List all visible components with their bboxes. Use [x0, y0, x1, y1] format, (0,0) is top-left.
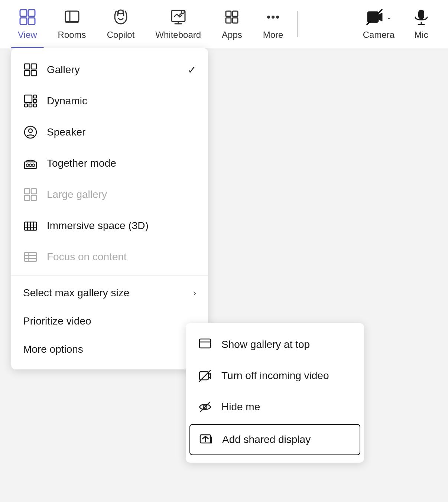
menu-item-add-shared-display[interactable]: Add shared display — [189, 424, 360, 455]
svg-rect-9 — [233, 11, 238, 16]
menu-item-select-max-gallery[interactable]: Select max gallery size › — [11, 279, 208, 307]
focus-content-label: Focus on content — [47, 251, 196, 263]
svg-rect-33 — [31, 189, 36, 194]
svg-point-31 — [32, 164, 35, 167]
toolbar-item-apps[interactable]: Apps — [211, 0, 253, 48]
apps-label: Apps — [222, 30, 242, 40]
show-gallery-top-icon — [198, 337, 212, 352]
camera-chevron-icon: ⌄ — [386, 13, 392, 21]
menu-item-together-mode[interactable]: Together mode — [11, 148, 208, 179]
svg-rect-46 — [199, 339, 211, 348]
svg-point-30 — [29, 164, 32, 167]
svg-rect-0 — [20, 10, 27, 16]
svg-point-29 — [26, 164, 29, 167]
menu-item-dynamic[interactable]: Dynamic — [11, 85, 208, 117]
toolbar-item-more[interactable]: More — [253, 0, 294, 48]
add-shared-display-icon — [198, 432, 213, 447]
menu-item-gallery[interactable]: Gallery ✓ — [11, 54, 208, 85]
prioritize-video-label: Prioritize video — [23, 315, 196, 327]
svg-rect-1 — [28, 10, 35, 16]
svg-rect-4 — [65, 11, 79, 22]
primary-dropdown: Gallery ✓ Dynamic — [11, 48, 208, 369]
apps-icon — [223, 8, 241, 26]
svg-point-12 — [267, 16, 270, 19]
together-mode-label: Together mode — [47, 157, 196, 169]
select-max-gallery-label: Select max gallery size — [23, 287, 184, 299]
hide-me-icon — [198, 400, 212, 414]
svg-point-14 — [276, 16, 279, 19]
turn-off-video-icon — [198, 368, 212, 383]
menu-item-immersive-space[interactable]: Immersive space (3D) — [11, 210, 208, 241]
turn-off-video-label: Turn off incoming video — [221, 370, 352, 382]
select-max-gallery-chevron-icon: › — [193, 288, 196, 298]
main-content: Gallery ✓ Dynamic — [0, 48, 448, 502]
rooms-icon — [63, 8, 81, 26]
toolbar-item-copilot[interactable]: Copilot — [97, 0, 145, 48]
svg-rect-34 — [25, 195, 30, 201]
svg-rect-19 — [31, 71, 36, 76]
svg-rect-8 — [226, 11, 231, 16]
more-icon — [264, 8, 282, 26]
svg-rect-21 — [33, 95, 36, 98]
copilot-icon — [112, 8, 130, 26]
toolbar-item-whiteboard[interactable]: Whiteboard — [145, 0, 211, 48]
toolbar-item-camera[interactable]: ⌄ Camera — [356, 8, 402, 40]
svg-rect-15 — [418, 10, 424, 19]
together-mode-icon — [23, 156, 38, 171]
svg-point-13 — [272, 16, 275, 19]
menu-item-show-gallery-top[interactable]: Show gallery at top — [186, 329, 364, 360]
view-icon — [19, 8, 36, 26]
svg-point-27 — [29, 129, 32, 133]
whiteboard-icon — [169, 8, 187, 26]
toolbar-right: ⌄ Camera Mic — [356, 0, 441, 48]
gallery-check-icon: ✓ — [188, 64, 196, 76]
svg-rect-20 — [25, 95, 32, 102]
toolbar-item-view[interactable]: View — [7, 0, 48, 48]
menu-item-hide-me[interactable]: Hide me — [186, 391, 364, 423]
view-label: View — [18, 30, 37, 40]
svg-line-50 — [200, 402, 210, 412]
hide-me-label: Hide me — [221, 401, 352, 413]
svg-rect-23 — [25, 104, 27, 107]
mic-icon — [412, 8, 430, 26]
show-gallery-top-label: Show gallery at top — [221, 339, 352, 351]
menu-item-more-options[interactable]: More options › — [11, 335, 208, 364]
more-options-label: More options — [23, 343, 184, 355]
copilot-label: Copilot — [107, 30, 135, 40]
svg-rect-16 — [25, 64, 30, 69]
toolbar-nav: View Rooms Copilot — [7, 0, 293, 48]
toolbar-item-mic[interactable]: Mic — [402, 0, 441, 48]
menu-item-prioritize-video[interactable]: Prioritize video — [11, 307, 208, 335]
gallery-label: Gallery — [47, 64, 179, 76]
svg-rect-24 — [29, 104, 32, 107]
toolbar: View Rooms Copilot — [0, 0, 448, 48]
add-shared-display-label: Add shared display — [222, 434, 351, 446]
svg-rect-25 — [33, 104, 36, 107]
svg-rect-11 — [233, 18, 238, 23]
focus-content-icon — [23, 250, 38, 264]
large-gallery-label: Large gallery — [47, 189, 196, 201]
camera-label: Camera — [363, 30, 395, 40]
immersive-space-label: Immersive space (3D) — [47, 220, 196, 232]
svg-rect-17 — [31, 64, 36, 69]
svg-rect-18 — [25, 71, 30, 76]
menu-item-turn-off-video[interactable]: Turn off incoming video — [186, 360, 364, 391]
speaker-label: Speaker — [47, 126, 196, 138]
speaker-icon — [23, 125, 38, 140]
dynamic-icon — [23, 94, 38, 108]
mic-label: Mic — [414, 30, 428, 40]
menu-item-focus-content: Focus on content — [11, 241, 208, 273]
dynamic-label: Dynamic — [47, 95, 196, 107]
secondary-dropdown: Show gallery at top Turn off incoming vi… — [186, 323, 364, 463]
large-gallery-icon — [23, 187, 38, 202]
whiteboard-label: Whiteboard — [155, 30, 201, 40]
svg-rect-3 — [28, 18, 35, 25]
svg-rect-35 — [31, 195, 36, 201]
toolbar-divider — [297, 11, 298, 37]
menu-item-speaker[interactable]: Speaker — [11, 117, 208, 148]
svg-rect-10 — [226, 18, 231, 23]
camera-off-icon — [366, 8, 383, 26]
menu-item-large-gallery: Large gallery — [11, 179, 208, 210]
toolbar-item-rooms[interactable]: Rooms — [48, 0, 97, 48]
gallery-icon — [23, 62, 38, 77]
